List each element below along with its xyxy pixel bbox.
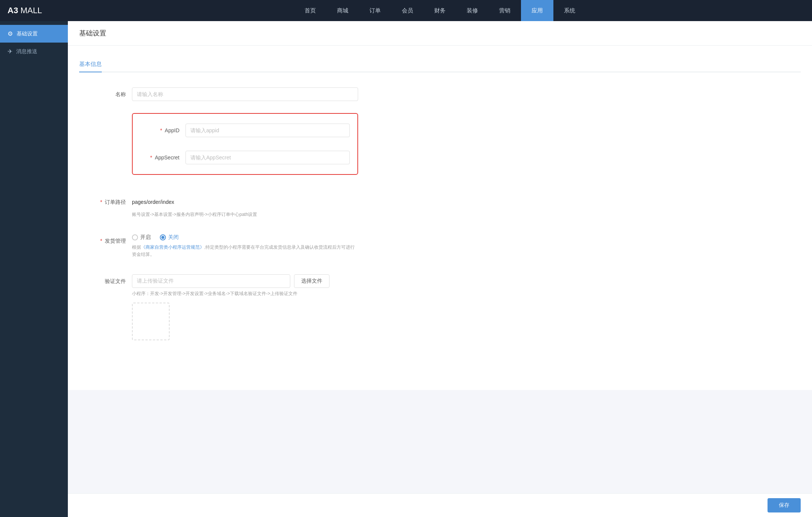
ship-hint-link[interactable]: 《商家自营类小程序运营规范》 xyxy=(141,245,204,250)
nav-marketing[interactable]: 营销 xyxy=(489,0,521,21)
nav-home[interactable]: 首页 xyxy=(294,0,326,21)
radio-open-circle xyxy=(132,234,138,240)
form-row-appid: * AppID xyxy=(140,120,350,141)
ship-hint-prefix: 根据 xyxy=(132,245,141,250)
verify-file-field: 请上传验证文件 选择文件 小程序：开发->开发管理->开发设置->业务域名->下… xyxy=(132,274,358,340)
tab-basic-info[interactable]: 基本信息 xyxy=(79,57,102,72)
file-input-display: 请上传验证文件 xyxy=(132,274,290,288)
name-field xyxy=(132,87,358,101)
content-area: 基础设置 基本信息 名称 * AppI xyxy=(68,21,812,517)
ship-manage-label: * 发货管理 xyxy=(79,234,132,248)
sidebar-item-message-push[interactable]: ✈ 消息推送 xyxy=(0,43,68,60)
nav-order[interactable]: 订单 xyxy=(359,0,391,21)
form-row-ship-manage: * 发货管理 开启 关闭 根据《商家自营类小程序运营规 xyxy=(79,230,801,262)
logo-a3: A3 xyxy=(8,6,18,15)
order-path-label: * 订单路径 xyxy=(79,195,132,209)
appid-label: * AppID xyxy=(140,124,185,137)
logo: A3 MALL xyxy=(0,6,68,15)
radio-close-label: 关闭 xyxy=(168,234,179,241)
tab-bar: 基本信息 xyxy=(79,57,801,72)
ship-hint: 根据《商家自营类小程序运营规范》,特定类型的小程序需要在平台完成发货信息录入及确… xyxy=(132,244,358,258)
nav-member[interactable]: 会员 xyxy=(391,0,424,21)
radio-ship-close[interactable]: 关闭 xyxy=(160,234,179,241)
main-nav: 首页 商城 订单 会员 财务 装修 营销 应用 系统 xyxy=(68,0,812,21)
radio-group-ship: 开启 关闭 xyxy=(132,234,358,241)
appid-input[interactable] xyxy=(185,124,350,137)
form-row-name: 名称 xyxy=(79,84,801,105)
sidebar-item-basic-settings[interactable]: ⚙ 基础设置 xyxy=(0,25,68,43)
bottom-bar: 保存 xyxy=(68,493,812,517)
logo-mall: MALL xyxy=(20,6,42,15)
order-path-hint: 账号设置->基本设置->服务内容声明->小程序订单中心path设置 xyxy=(132,211,358,218)
nav-finance[interactable]: 财务 xyxy=(424,0,456,21)
appid-required: * xyxy=(160,127,164,133)
appsecret-field xyxy=(185,151,350,164)
main-layout: ⚙ 基础设置 ✈ 消息推送 基础设置 基本信息 名称 xyxy=(0,21,812,517)
order-path-value: pages/order/index xyxy=(132,195,358,209)
appid-appsecret-box: * AppID * AppSecret xyxy=(132,113,358,175)
form-row-order-path: * 订单路径 pages/order/index 账号设置->基本设置->服务内… xyxy=(79,191,801,222)
nav-shop[interactable]: 商城 xyxy=(326,0,359,21)
page-header: 基础设置 xyxy=(68,21,812,46)
appsecret-input[interactable] xyxy=(185,151,350,164)
appsecret-required: * xyxy=(150,154,153,161)
order-path-field: pages/order/index 账号设置->基本设置->服务内容声明->小程… xyxy=(132,195,358,218)
radio-close-circle xyxy=(160,234,166,240)
sidebar-item-label-message: 消息推送 xyxy=(16,48,37,55)
file-upload-row: 请上传验证文件 选择文件 xyxy=(132,274,358,288)
sidebar-item-label-basic: 基础设置 xyxy=(17,31,38,37)
radio-ship-open[interactable]: 开启 xyxy=(132,234,151,241)
name-label: 名称 xyxy=(79,87,132,101)
save-button[interactable]: 保存 xyxy=(768,498,801,512)
nav-app[interactable]: 应用 xyxy=(521,0,553,21)
form-container: 基本信息 名称 * AppID xyxy=(68,46,812,390)
verify-file-hint: 小程序：开发->开发管理->开发设置->业务域名->下载域名验证文件->上传验证… xyxy=(132,290,358,297)
gear-icon: ⚙ xyxy=(8,30,13,37)
upload-box[interactable] xyxy=(132,303,170,340)
ship-manage-field: 开启 关闭 根据《商家自营类小程序运营规范》,特定类型的小程序需要在平台完成发货… xyxy=(132,234,358,258)
nav-decor[interactable]: 装修 xyxy=(456,0,489,21)
choose-file-button[interactable]: 选择文件 xyxy=(294,274,329,288)
form-row-verify-file: 验证文件 请上传验证文件 选择文件 小程序：开发->开发管理->开发设置->业务… xyxy=(79,271,801,344)
top-nav: A3 MALL 首页 商城 订单 会员 财务 装修 营销 应用 系统 xyxy=(0,0,812,21)
sidebar: ⚙ 基础设置 ✈ 消息推送 xyxy=(0,21,68,517)
form-row-appsecret: * AppSecret xyxy=(140,147,350,168)
radio-open-label: 开启 xyxy=(140,234,151,241)
verify-file-label: 验证文件 xyxy=(79,274,132,288)
appsecret-label: * AppSecret xyxy=(140,151,185,164)
appid-field xyxy=(185,124,350,137)
nav-system[interactable]: 系统 xyxy=(553,0,586,21)
page-title: 基础设置 xyxy=(79,29,801,38)
send-icon: ✈ xyxy=(8,48,12,55)
name-input[interactable] xyxy=(132,87,358,101)
